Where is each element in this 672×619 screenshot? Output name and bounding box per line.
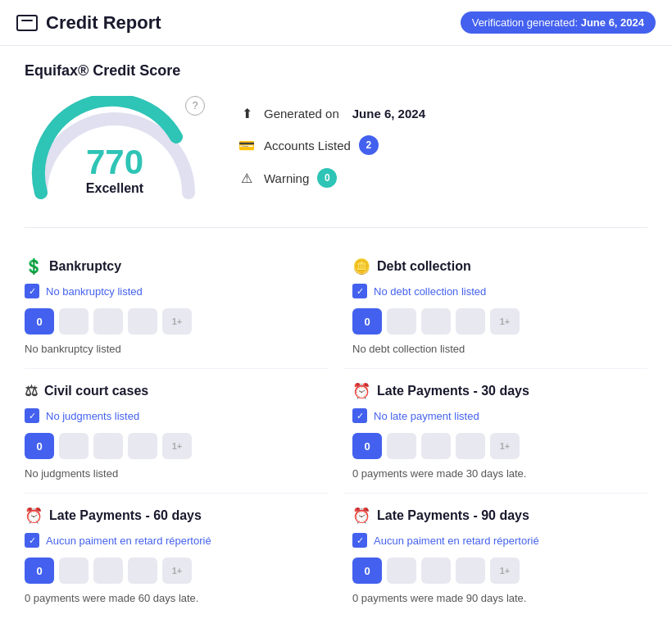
debt-collection-checkbox-text: No debt collection listed [374,285,486,298]
credit-info-panel: ⬆ Generated on June 6, 2024 💳 Accounts L… [238,96,425,201]
late-payments-60-count-btn-0[interactable]: 0 [25,558,54,584]
late-payments-60-count-btn-1[interactable] [59,558,89,584]
civil-court-icon: ⚖ [25,382,38,400]
civil-court-count-btn-3[interactable] [128,433,157,459]
late-payments-30-icon: ⏰ [352,382,370,400]
late-payments-60-checkbox: ✓ [25,533,39,548]
late-payments-30-checkbox-row: ✓No late payment listed [352,408,647,423]
late-payments-30-count-btn-3[interactable] [456,433,485,459]
main-content: Equifax® Credit Score ? 770 Excellent ⬆ … [0,46,672,619]
late-payments-60-count-row: 01+ [25,558,320,584]
section-header-debt-collection: 🪙Debt collection [352,257,647,275]
late-payments-30-count-btn-0[interactable]: 0 [352,433,382,459]
late-payments-60-footer: 0 payments were made 60 days late. [25,592,320,604]
section-bankruptcy: 💲Bankruptcy✓No bankruptcy listed01+No ba… [25,244,328,369]
civil-court-count-row: 01+ [25,433,320,459]
debt-collection-count-btn-3[interactable] [456,308,485,335]
late-payments-90-count-btn-2[interactable] [421,558,451,584]
late-payments-90-count-btn-1[interactable] [387,558,416,584]
late-payments-30-count-btn-2[interactable] [421,433,451,459]
section-civil-court: ⚖Civil court cases✓No judgments listed01… [25,369,328,494]
warning-icon: ⚠ [238,169,256,187]
debt-collection-count-btn-0[interactable]: 0 [352,308,382,335]
late-payments-90-icon: ⏰ [352,507,370,525]
debt-collection-checkbox-row: ✓No debt collection listed [352,284,647,298]
info-icon[interactable]: ? [185,96,205,116]
civil-court-title: Civil court cases [44,384,148,398]
generated-row: ⬆ Generated on June 6, 2024 [238,104,425,122]
late-payments-60-title: Late Payments - 60 days [49,508,202,523]
section-header-late-payments-60: ⏰Late Payments - 60 days [25,507,320,525]
late-payments-90-checkbox-row: ✓Aucun paiment en retard répertorié [352,533,647,548]
debt-collection-checkbox: ✓ [352,284,367,298]
bankruptcy-title: Bankruptcy [49,259,121,274]
debt-collection-count-btn-2[interactable] [421,308,451,335]
credit-score-value: 770 [86,145,143,180]
bankruptcy-checkbox-row: ✓No bankruptcy listed [25,284,320,298]
civil-court-checkbox: ✓ [25,408,39,423]
verification-badge: Verification generated: June 6, 2024 [461,11,656,34]
civil-court-count-btn-2[interactable] [93,433,123,459]
bankruptcy-checkbox-text: No bankruptcy listed [46,285,143,298]
civil-court-footer: No judgments listed [25,467,320,480]
late-payments-30-count-btn-4[interactable]: 1+ [490,433,520,459]
late-payments-90-count-btn-3[interactable] [456,558,485,584]
page-header: Credit Report Verification generated: Ju… [0,0,672,46]
late-payments-30-title: Late Payments - 30 days [377,384,529,398]
sections-grid: 💲Bankruptcy✓No bankruptcy listed01+No ba… [25,244,647,617]
debt-collection-count-btn-1[interactable] [387,308,416,335]
civil-court-count-btn-0[interactable]: 0 [25,433,54,459]
late-payments-30-footer: 0 payments were made 30 days late. [352,467,647,480]
late-payments-90-checkbox-text: Aucun paiment en retard répertorié [374,535,539,547]
late-payments-60-icon: ⏰ [25,507,43,525]
bankruptcy-count-btn-4[interactable]: 1+ [162,308,192,335]
civil-court-checkbox-row: ✓No judgments listed [25,408,320,423]
bankruptcy-count-row: 01+ [25,308,320,335]
bankruptcy-count-btn-2[interactable] [93,308,123,335]
late-payments-60-count-btn-2[interactable] [93,558,123,584]
section-late-payments-90: ⏰Late Payments - 90 days✓Aucun paiment e… [344,494,647,617]
debt-collection-count-row: 01+ [352,308,647,335]
gauge-container: ? 770 Excellent [25,96,205,203]
section-late-payments-60: ⏰Late Payments - 60 days✓Aucun paiment e… [25,494,328,617]
late-payments-90-count-btn-0[interactable]: 0 [352,558,382,584]
bankruptcy-checkbox: ✓ [25,284,39,298]
section-header-civil-court: ⚖Civil court cases [25,382,320,400]
page-title-group: Credit Report [16,12,161,34]
credit-card-icon [16,15,38,31]
accounts-label: Accounts Listed [264,139,351,152]
gauge-center: 770 Excellent [86,145,143,196]
late-payments-90-title: Late Payments - 90 days [377,508,529,523]
debt-collection-count-btn-4[interactable]: 1+ [490,308,520,335]
debt-collection-title: Debt collection [377,259,471,274]
bankruptcy-footer: No bankruptcy listed [25,343,320,355]
accounts-row: 💳 Accounts Listed 2 [238,135,425,155]
bankruptcy-count-btn-1[interactable] [59,308,89,335]
bankruptcy-count-btn-0[interactable]: 0 [25,308,54,335]
late-payments-90-footer: 0 payments were made 90 days late. [352,592,647,604]
section-header-bankruptcy: 💲Bankruptcy [25,257,320,275]
late-payments-30-checkbox: ✓ [352,408,367,423]
late-payments-30-checkbox-text: No late payment listed [374,410,479,422]
right-column: 🪙Debt collection✓No debt collection list… [344,244,647,617]
debt-collection-icon: 🪙 [352,257,370,275]
late-payments-90-count-row: 01+ [352,558,647,584]
late-payments-30-count-btn-1[interactable] [387,433,416,459]
late-payments-60-count-btn-3[interactable] [128,558,157,584]
late-payments-90-count-btn-4[interactable]: 1+ [490,558,520,584]
civil-court-count-btn-4[interactable]: 1+ [162,433,192,459]
late-payments-30-count-row: 01+ [352,433,647,459]
generated-label: Generated on [264,107,339,121]
bankruptcy-icon: 💲 [25,257,43,275]
warning-count-badge: 0 [317,168,337,188]
equifax-section-title: Equifax® Credit Score [25,62,647,80]
late-payments-90-checkbox: ✓ [352,533,367,548]
generated-icon: ⬆ [238,104,256,122]
late-payments-60-count-btn-4[interactable]: 1+ [162,558,192,584]
generated-date: June 6, 2024 [352,107,425,121]
civil-court-count-btn-1[interactable] [59,433,89,459]
section-header-late-payments-30: ⏰Late Payments - 30 days [352,382,647,400]
accounts-icon: 💳 [238,136,256,154]
bankruptcy-count-btn-3[interactable] [128,308,157,335]
left-column: 💲Bankruptcy✓No bankruptcy listed01+No ba… [25,244,328,617]
